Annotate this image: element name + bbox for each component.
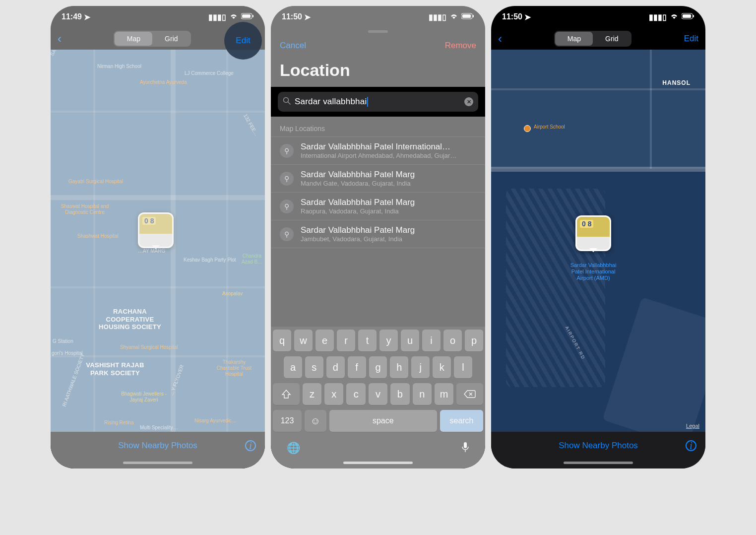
remove-button[interactable]: Remove <box>445 41 476 51</box>
poi-label: Bhagwati Jewellers - Jayraj Zaveri <box>114 391 174 403</box>
key-space[interactable]: space <box>329 410 438 432</box>
location-result-row[interactable]: ⚲ Sardar Vallabhbhai Patel International… <box>271 136 485 164</box>
pin-location-label: Sardar Vallabhbhai Patel International A… <box>566 262 621 282</box>
tab-map[interactable]: Map <box>115 32 152 46</box>
key-m[interactable]: m <box>435 383 453 405</box>
back-chevron-icon[interactable]: ‹ <box>498 32 502 46</box>
key-j[interactable]: j <box>411 356 430 378</box>
tab-grid[interactable]: Grid <box>152 32 190 46</box>
area-label: VASHISHT RAJAB PARK SOCIETY <box>85 361 145 377</box>
key-t[interactable]: t <box>358 330 377 351</box>
key-a[interactable]: a <box>284 356 302 378</box>
mic-icon[interactable] <box>461 442 469 456</box>
location-arrow-icon: ➤ <box>304 12 311 22</box>
key-i[interactable]: i <box>422 330 441 351</box>
legal-link[interactable]: Legal <box>686 423 699 429</box>
map-pin-icon: ⚲ <box>280 200 294 213</box>
key-b[interactable]: b <box>390 383 409 405</box>
phone-screen-2: 11:50➤ ▮▮▮▯ Cancel Remove Location Sarda… <box>271 6 485 468</box>
poi-label: Nisarg Ayurvedic… <box>194 418 237 424</box>
photo-pin[interactable]: 0 8 <box>138 212 174 248</box>
key-o[interactable]: o <box>443 330 462 351</box>
page-title: Location <box>271 57 485 87</box>
svg-rect-5 <box>473 15 474 17</box>
key-emoji[interactable]: ☺ <box>305 410 326 432</box>
road-label: 132 FEE… <box>242 113 259 137</box>
view-segmented-control[interactable]: Map Grid <box>554 31 631 47</box>
road-label: SATYA DILEEP DHOLAKI… <box>51 50 85 57</box>
status-time: 11:50 <box>282 12 302 21</box>
svg-rect-8 <box>464 442 467 448</box>
location-arrow-icon: ➤ <box>84 12 90 22</box>
photo-pin[interactable]: 0 8 <box>575 215 611 251</box>
key-y[interactable]: y <box>379 330 398 351</box>
key-delete[interactable] <box>456 383 483 405</box>
keyboard[interactable]: q w e r t y u i o p a s d f g h j k l z … <box>271 327 485 460</box>
key-n[interactable]: n <box>413 383 432 405</box>
cellular-icon: ▮▮▮▯ <box>649 12 667 22</box>
home-indicator <box>271 460 485 468</box>
tab-map[interactable]: Map <box>555 32 593 46</box>
location-result-row[interactable]: ⚲ Sardar Vallabhbhai Patel Marg Jambubet… <box>271 220 485 248</box>
poi-label: Shaswat Hospital and Diagnostic Centre <box>58 203 112 215</box>
poi-label: Keshav Bagh Party Plot <box>184 257 236 263</box>
key-r[interactable]: r <box>337 330 355 351</box>
list-section-header: Map Locations <box>271 117 485 136</box>
text-cursor <box>367 97 368 107</box>
poi-label: Thakarshy Charitable Trust Hospital <box>214 359 254 377</box>
location-result-row[interactable]: ⚲ Sardar Vallabhbhai Patel Marg Mandvi G… <box>271 164 485 192</box>
key-p[interactable]: p <box>465 330 483 351</box>
result-subtitle: Jambubet, Vadodara, Gujarat, India <box>301 235 476 243</box>
edit-button-highlight[interactable]: Edit <box>224 22 262 60</box>
location-search-field[interactable]: Sardar vallabhbhai ✕ <box>278 92 478 112</box>
clear-search-icon[interactable]: ✕ <box>464 97 473 106</box>
view-segmented-control[interactable]: Map Grid <box>114 31 191 47</box>
cellular-icon: ▮▮▮▯ <box>208 12 226 22</box>
poi-label: gori's Hospital <box>52 350 83 356</box>
info-icon[interactable]: i <box>245 440 256 451</box>
globe-icon[interactable]: 🌐 <box>287 442 300 456</box>
cellular-icon: ▮▮▮▯ <box>429 12 446 22</box>
home-indicator <box>51 460 265 468</box>
key-s[interactable]: s <box>305 356 323 378</box>
key-numbers[interactable]: 123 <box>273 410 302 432</box>
key-u[interactable]: u <box>401 330 419 351</box>
sheet-grabber[interactable] <box>271 28 485 35</box>
key-l[interactable]: l <box>454 356 472 378</box>
status-time: 11:50 <box>502 12 522 21</box>
key-v[interactable]: v <box>369 383 387 405</box>
poi-label: Rising Retina <box>104 420 133 426</box>
map-view[interactable]: HANSOL Airport School AIRPORT RD 0 8 Sar… <box>491 50 705 432</box>
poi-label: Gayatri Surgical Hospital <box>68 179 123 185</box>
wifi-icon <box>449 12 458 21</box>
key-q[interactable]: q <box>273 330 291 351</box>
key-d[interactable]: d <box>326 356 345 378</box>
area-label: RACHANA COOPERATIVE HOUSING SOCIETY <box>95 308 165 331</box>
key-h[interactable]: h <box>390 356 408 378</box>
key-w[interactable]: w <box>294 330 313 351</box>
map-view[interactable]: Nirman High School Ayurchetna Ayurveda L… <box>51 50 265 432</box>
back-chevron-icon[interactable]: ‹ <box>58 32 62 46</box>
poi-label: Nirman High School <box>97 64 141 69</box>
edit-label: Edit <box>236 36 250 46</box>
cancel-button[interactable]: Cancel <box>280 41 306 51</box>
location-result-row[interactable]: ⚲ Sardar Vallabhbhai Patel Marg Raopura,… <box>271 192 485 220</box>
show-nearby-button[interactable]: Show Nearby Photos <box>118 441 197 451</box>
tab-grid[interactable]: Grid <box>593 32 630 46</box>
key-e[interactable]: e <box>315 330 334 351</box>
poi-label: Shashwat Hospital <box>77 233 119 239</box>
edit-button[interactable]: Edit <box>684 34 698 44</box>
info-icon[interactable]: i <box>686 440 696 451</box>
key-shift[interactable] <box>273 383 300 405</box>
key-k[interactable]: k <box>433 356 451 378</box>
battery-icon <box>241 12 254 21</box>
key-f[interactable]: f <box>348 356 366 378</box>
poi-label: Shyamal Surgical Hospital <box>120 344 178 350</box>
key-g[interactable]: g <box>369 356 387 378</box>
key-z[interactable]: z <box>303 383 321 405</box>
photo-thumbnail: 0 8 <box>139 214 172 247</box>
key-search[interactable]: search <box>440 410 483 432</box>
key-c[interactable]: c <box>346 383 365 405</box>
key-x[interactable]: x <box>324 383 343 405</box>
show-nearby-button[interactable]: Show Nearby Photos <box>559 441 638 451</box>
